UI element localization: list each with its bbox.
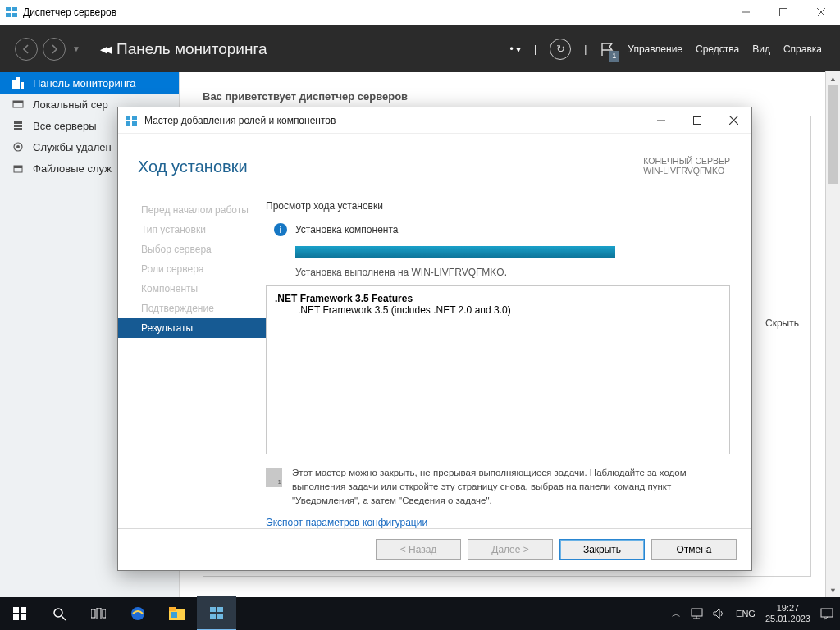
svg-line-33 [62,616,66,620]
result-parent: .NET Framework 3.5 Features [275,293,721,304]
wizard-maximize-button[interactable] [679,107,715,133]
svg-rect-42 [217,607,223,612]
svg-rect-23 [132,121,137,126]
step-server-selection: Выбор сервера [118,240,266,259]
svg-rect-3 [12,13,17,17]
wizard-heading: Ход установки [138,158,248,176]
note-text: Этот мастер можно закрыть, не прерывая в… [292,466,730,507]
export-config-link[interactable]: Экспорт параметров конфигурации [266,517,730,528]
window-title: Диспетчер серверов [23,7,727,18]
back-button[interactable] [15,38,38,61]
tray-chevron-up-icon[interactable]: ︿ [672,608,681,620]
svg-rect-21 [132,116,137,120]
svg-rect-43 [210,614,216,619]
app-icon [5,6,18,19]
taskbar-ie[interactable] [118,597,158,630]
notification-badge: 1 [609,51,619,62]
wizard-header: Ход установки КОНЕЧНЫЙ СЕРВЕР WIN-LIVFRV… [118,134,751,200]
status-label: Установка компонента [295,224,399,235]
svg-rect-13 [14,121,22,124]
next-button: Далее > [468,539,553,560]
minimize-button[interactable] [727,0,765,25]
wizard-subtitle: Просмотр хода установки [266,200,730,212]
tray-time: 19:27 [765,603,810,614]
tray-network-icon[interactable] [691,608,703,619]
refresh-button[interactable]: ↻ [550,39,571,60]
svg-rect-41 [210,607,216,612]
step-confirmation: Подтверждение [118,299,266,318]
svg-rect-10 [21,82,24,89]
separator: | [534,43,536,55]
search-button[interactable] [39,597,79,630]
wizard-minimize-button[interactable] [643,107,679,133]
progress-bar [295,246,615,258]
tray-action-center-icon[interactable] [820,608,833,620]
breadcrumb-back-icon[interactable]: ◂◂ [100,40,108,58]
svg-rect-40 [171,612,177,618]
results-list: .NET Framework 3.5 Features .NET Framewo… [266,285,730,454]
svg-rect-20 [126,116,130,120]
note-flag-icon: 1 [266,468,282,487]
svg-rect-19 [14,166,22,168]
sidebar-item-dashboard[interactable]: Панель мониторинга [0,72,179,94]
chevron-down-icon[interactable]: ▼ [72,44,80,53]
svg-rect-36 [103,609,106,618]
svg-rect-22 [126,121,130,126]
tray-volume-icon[interactable] [713,608,726,619]
servers-icon [11,120,25,131]
wizard-close-button[interactable] [715,107,751,133]
svg-rect-15 [14,128,22,130]
step-install-type: Тип установки [118,220,266,240]
file-icon [11,162,25,174]
svg-rect-34 [91,609,95,618]
menu-view[interactable]: Вид [752,43,770,55]
forward-button[interactable] [43,38,66,61]
start-button[interactable] [0,597,39,630]
close-button[interactable] [802,0,840,25]
page-title: Панель мониторинга [116,40,510,58]
menu-tools[interactable]: Средства [696,43,739,55]
hide-panel-link[interactable]: Скрыть [765,317,799,329]
svg-rect-2 [6,13,11,17]
add-roles-wizard-dialog: Мастер добавления ролей и компонентов Хо… [117,107,752,571]
svg-rect-44 [217,614,223,619]
svg-rect-31 [21,614,26,620]
step-server-roles: Роли сервера [118,259,266,279]
wizard-content: Просмотр хода установки i Установка комп… [266,200,751,528]
svg-rect-35 [97,608,101,619]
maximize-button[interactable] [765,0,802,25]
close-dialog-button[interactable]: Закрыть [559,539,645,560]
remote-icon [11,141,25,153]
scroll-up-icon[interactable]: ▲ [826,71,840,85]
taskbar-explorer[interactable] [158,597,197,630]
window-titlebar: Диспетчер серверов [0,0,840,25]
taskbar-server-manager[interactable] [197,596,236,630]
notifications-button[interactable]: 1 [600,42,614,57]
svg-rect-12 [13,101,23,103]
wizard-step-nav: Перед началом работы Тип установки Выбор… [118,200,266,528]
svg-rect-29 [21,607,26,613]
sidebar-item-label: Все серверы [33,120,97,132]
vertical-scrollbar[interactable]: ▲ ▼ [825,71,840,597]
status-done-text: Установка выполнена на WIN-LIVFRVQFMKO. [295,267,730,278]
destination-server-info: КОНЕЧНЫЙ СЕРВЕР WIN-LIVFRVQFMKO [643,156,730,176]
step-results[interactable]: Результаты [118,318,266,338]
dropdown-icon[interactable]: • ▾ [510,43,522,55]
menu-manage[interactable]: Управление [628,43,682,55]
tray-language[interactable]: ENG [736,609,756,619]
menu-help[interactable]: Справка [783,43,822,55]
sidebar-item-label: Локальный сер [33,98,108,111]
svg-rect-8 [12,80,16,89]
task-view-button[interactable] [79,597,118,630]
tray-clock[interactable]: 19:27 25.01.2023 [765,603,810,623]
header-bar: ▼ ◂◂ Панель мониторинга • ▾ | ↻ | 1 Упра… [0,25,840,72]
cancel-button[interactable]: Отмена [651,539,737,560]
sidebar-item-label: Файловые служ [33,162,112,175]
nav-buttons: ▼ [0,38,95,61]
scroll-down-icon[interactable]: ▼ [826,583,840,597]
svg-rect-28 [13,607,19,613]
result-child: .NET Framework 3.5 (includes .NET 2.0 an… [275,304,721,316]
svg-point-32 [54,609,62,617]
scroll-thumb[interactable] [828,85,838,184]
wizard-footer: < Назад Далее > Закрыть Отмена [118,528,751,570]
